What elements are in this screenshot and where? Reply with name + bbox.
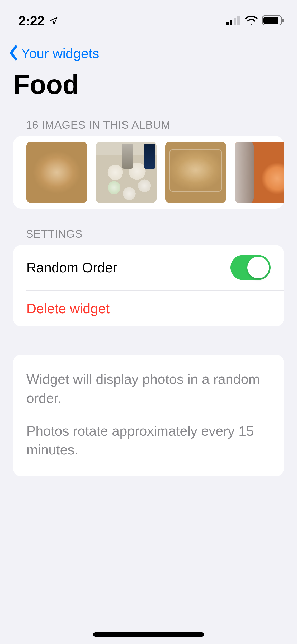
- album-thumbnail-card: [13, 136, 284, 209]
- settings-card: Random Order Delete widget: [13, 245, 284, 326]
- chevron-left-icon: [8, 45, 19, 62]
- svg-rect-5: [263, 17, 278, 24]
- svg-rect-1: [230, 20, 232, 25]
- settings-section-header: SETTINGS: [0, 209, 297, 245]
- album-thumbnail[interactable]: [165, 142, 226, 203]
- album-thumbnail-row[interactable]: [13, 136, 284, 209]
- status-bar-left: 2:22: [18, 13, 58, 29]
- album-section-header: 16 IMAGES IN THIS ALBUM: [0, 111, 297, 136]
- svg-rect-6: [282, 19, 284, 22]
- battery-icon: [262, 15, 284, 26]
- svg-rect-3: [237, 16, 240, 25]
- random-order-label: Random Order: [26, 260, 117, 275]
- widget-info-line-1: Widget will display photos in a random o…: [26, 370, 271, 408]
- back-button[interactable]: Your widgets: [0, 37, 297, 67]
- album-thumbnail[interactable]: [26, 142, 87, 203]
- delete-widget-label: Delete widget: [26, 301, 110, 316]
- status-time: 2:22: [18, 13, 44, 29]
- status-bar: 2:22: [0, 0, 297, 37]
- random-order-row: Random Order: [13, 245, 284, 290]
- delete-widget-button[interactable]: Delete widget: [26, 290, 284, 326]
- album-thumbnail[interactable]: [235, 142, 284, 203]
- page-title: Food: [0, 67, 297, 111]
- wifi-icon: [245, 16, 258, 26]
- widget-info-line-2: Photos rotate approximately every 15 min…: [26, 422, 271, 460]
- svg-rect-2: [234, 18, 236, 25]
- album-thumbnail[interactable]: [96, 142, 157, 203]
- status-bar-right: [226, 15, 284, 26]
- cellular-signal-icon: [226, 16, 241, 26]
- widget-info-card: Widget will display photos in a random o…: [13, 355, 284, 476]
- home-indicator[interactable]: [93, 632, 204, 637]
- random-order-toggle[interactable]: [230, 255, 271, 280]
- svg-rect-0: [226, 22, 229, 25]
- location-arrow-icon: [49, 13, 58, 29]
- back-button-label: Your widgets: [21, 45, 99, 61]
